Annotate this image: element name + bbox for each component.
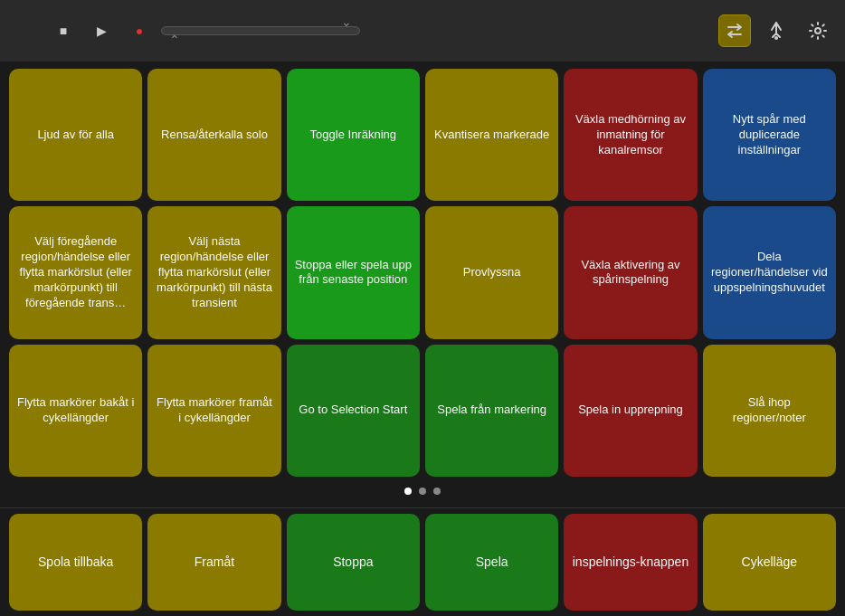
svg-point-0	[774, 36, 778, 40]
record-button[interactable]: ●	[125, 16, 154, 45]
track-selector[interactable]: ⌃ ⌄	[161, 26, 360, 35]
bottom-cell-0[interactable]: Spola tillbaka	[9, 514, 142, 611]
grid-cell-0-2[interactable]: Toggle Inräkning	[287, 69, 420, 201]
bottom-cell-3[interactable]: Spela	[425, 514, 558, 611]
bottom-cell-5[interactable]: Cykelläge	[703, 514, 836, 611]
grid-cell-0-3[interactable]: Kvantisera markerade	[425, 69, 558, 201]
bottom-cell-1[interactable]: Framåt	[147, 514, 280, 611]
grid-cell-2-1[interactable]: Flytta markörer framåt i cykellängder	[147, 345, 280, 477]
grid-cell-1-0[interactable]: Välj föregående region/händelse eller fl…	[9, 206, 142, 338]
svg-point-1	[815, 28, 821, 33]
grid-cell-2-3[interactable]: Spela från markering	[425, 345, 558, 477]
transport-controls: ■ ▶ ●	[11, 16, 154, 45]
top-bar-right	[718, 14, 834, 47]
settings-icon	[808, 21, 828, 41]
play-button[interactable]: ▶	[87, 16, 116, 45]
main-content: Ljud av för allaRensa/återkalla soloTogg…	[0, 62, 845, 507]
grid-cell-1-4[interactable]: Växla aktivering av spårinspelning	[564, 206, 697, 338]
bottom-cell-4[interactable]: inspelnings-knappen	[564, 514, 697, 611]
metronome-icon	[766, 21, 786, 41]
grid-cell-2-4[interactable]: Spela in upprepning	[564, 345, 697, 477]
stop-button[interactable]: ■	[49, 16, 78, 45]
grid-cell-0-5[interactable]: Nytt spår med duplicerade inställningar	[703, 69, 836, 201]
record-icon: ●	[136, 24, 143, 38]
pagination-dot-2[interactable]	[433, 488, 441, 495]
grid-cell-1-5[interactable]: Dela regioner/händelser vid uppspelnings…	[703, 206, 836, 338]
stop-icon: ■	[60, 24, 67, 38]
settings-button[interactable]	[802, 14, 834, 47]
pagination-dot-0[interactable]	[404, 488, 412, 495]
grid-cell-1-3[interactable]: Provlyssna	[425, 206, 558, 338]
grid-cell-0-1[interactable]: Rensa/återkalla solo	[147, 69, 280, 201]
grid-cell-0-4[interactable]: Växla medhörning av inmatning för kanalr…	[564, 69, 697, 201]
pagination-dot-1[interactable]	[419, 488, 426, 495]
grid-row-2: Flytta markörer bakåt i cykellängderFlyt…	[9, 345, 836, 477]
bottom-cell-2[interactable]: Stoppa	[287, 514, 420, 611]
grid-row-1: Välj föregående region/händelse eller fl…	[9, 206, 836, 338]
grid-section: Ljud av för allaRensa/återkalla soloTogg…	[9, 69, 836, 477]
grid-cell-2-5[interactable]: Slå ihop regioner/noter	[703, 345, 836, 477]
bottom-bar: Spola tillbakaFramåtStoppaSpelainspelnin…	[0, 507, 845, 616]
grid-cell-0-0[interactable]: Ljud av för alla	[9, 69, 142, 201]
top-bar: ■ ▶ ● ⌃ ⌄	[0, 0, 845, 62]
pagination	[9, 482, 836, 500]
grid-row-0: Ljud av för allaRensa/återkalla soloTogg…	[9, 69, 836, 201]
play-icon: ▶	[97, 24, 107, 38]
chevron-down-icon: ⌄	[341, 14, 352, 29]
grid-cell-1-1[interactable]: Välj nästa region/händelse eller flytta …	[147, 206, 280, 338]
dropdown-arrow-button[interactable]	[11, 16, 40, 45]
loop-icon	[725, 21, 745, 41]
loop-button[interactable]	[718, 14, 751, 47]
chevron-up-icon: ⌃	[169, 33, 180, 47]
metronome-button[interactable]	[760, 14, 793, 47]
grid-cell-2-0[interactable]: Flytta markörer bakåt i cykellängder	[9, 345, 142, 477]
grid-cell-2-2[interactable]: Go to Selection Start	[287, 345, 420, 477]
grid-cell-1-2[interactable]: Stoppa eller spela upp från senaste posi…	[287, 206, 420, 338]
